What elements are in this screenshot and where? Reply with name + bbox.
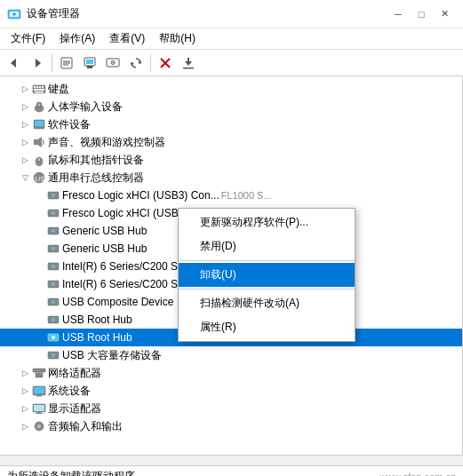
tree-label-usb: 通用串行总线控制器 <box>48 171 144 186</box>
back-button[interactable] <box>4 52 25 74</box>
window-title: 设备管理器 <box>27 6 80 21</box>
show-hidden-button[interactable] <box>102 52 124 74</box>
expand-display[interactable]: ▷ <box>18 401 32 416</box>
app-icon <box>7 7 21 21</box>
title-bar-left: 设备管理器 <box>7 6 80 21</box>
tree-label-composite: USB Composite Device <box>62 296 173 308</box>
forward-button[interactable] <box>27 52 48 74</box>
tree-item-usb[interactable]: ▽ USB 通用串行总线控制器 <box>0 169 462 186</box>
tree-label-display: 显示适配器 <box>48 401 101 416</box>
tree-label-system: 系统设备 <box>48 384 91 399</box>
tree-label-audio: 音频输入和输出 <box>48 419 123 434</box>
svg-point-2 <box>13 12 16 15</box>
menu-view[interactable]: 查看(V) <box>102 29 152 48</box>
tree-item-mass-storage[interactable]: ▷ USB 大容量存储设备 <box>0 346 462 364</box>
expand-hid[interactable]: ▷ <box>18 99 32 114</box>
system-icon <box>32 384 46 398</box>
menu-help[interactable]: 帮助(H) <box>152 29 203 48</box>
ctx-scan[interactable]: 扫描检测硬件改动(A) <box>179 291 355 315</box>
title-bar: 设备管理器 ─ □ ✕ <box>0 0 463 28</box>
ctx-disable[interactable]: 禁用(D) <box>179 234 355 258</box>
ctx-sep-1 <box>179 260 355 261</box>
svg-point-44 <box>52 211 55 215</box>
keyboard-icon <box>32 82 46 96</box>
expand-audio[interactable]: ▷ <box>18 419 32 433</box>
svg-rect-25 <box>36 86 38 88</box>
root-hub-icon-1 <box>46 313 60 327</box>
svg-point-42 <box>52 194 55 197</box>
tree-panel[interactable]: ▷ 键盘 ▷ 人体学输入设备 ▷ 软件设备 ▷ <box>0 76 463 455</box>
display-icon <box>32 401 46 416</box>
svg-point-52 <box>52 282 55 286</box>
svg-rect-26 <box>39 86 41 88</box>
tree-label-sound: 声音、视频和游戏控制器 <box>48 135 165 150</box>
svg-marker-4 <box>36 59 41 67</box>
tree-item-system[interactable]: ▷ 系统设备 <box>0 382 462 400</box>
update-driver-button[interactable] <box>79 52 100 74</box>
tree-item-network[interactable]: ▷ 网络适配器 <box>0 364 462 382</box>
svg-rect-22 <box>183 67 194 69</box>
tree-label-root1: USB Root Hub <box>62 313 132 326</box>
usb-hub-icon-1 <box>46 224 60 238</box>
composite-icon <box>46 295 60 309</box>
expand-system[interactable]: ▷ <box>18 384 32 398</box>
tree-label-generic-hub2: Generic USB Hub <box>62 242 147 255</box>
svg-rect-67 <box>34 387 44 393</box>
usb-icon: USB <box>32 171 46 185</box>
main-area: ▷ 键盘 ▷ 人体学输入设备 ▷ 软件设备 ▷ <box>0 76 463 455</box>
refresh-button[interactable] <box>125 52 147 74</box>
tree-item-fresco1[interactable]: ▷ Fresco Logic xHCI (USB3) Con... FL1000… <box>0 186 462 204</box>
tree-item-mouse[interactable]: ▷ 鼠标和其他指针设备 <box>0 151 462 169</box>
toolbar-sep-1 <box>52 54 52 72</box>
svg-point-74 <box>37 424 41 428</box>
properties-button[interactable] <box>56 52 77 74</box>
maximize-button[interactable]: □ <box>410 5 433 23</box>
tree-item-software-dev[interactable]: ▷ 软件设备 <box>0 115 462 133</box>
network-icon <box>32 366 46 380</box>
expand-usb[interactable]: ▽ <box>18 171 32 185</box>
svg-rect-61 <box>36 373 43 377</box>
menu-file[interactable]: 文件(F) <box>4 29 52 48</box>
sound-icon <box>32 135 46 149</box>
expand-network[interactable]: ▷ <box>18 366 32 380</box>
menu-bar: 文件(F) 操作(A) 查看(V) 帮助(H) <box>0 28 463 50</box>
expand-mouse[interactable]: ▷ <box>18 153 32 167</box>
tree-item-hid[interactable]: ▷ 人体学输入设备 <box>0 98 462 115</box>
svg-point-46 <box>52 229 55 233</box>
tree-label-fresco1: Fresco Logic xHCI (USB3) Con... <box>62 189 220 202</box>
download-button[interactable] <box>178 52 199 74</box>
delete-button[interactable] <box>155 52 176 74</box>
close-button[interactable]: ✕ <box>433 5 456 23</box>
expand-software[interactable]: ▷ <box>18 117 32 131</box>
tree-item-keyboards[interactable]: ▷ 键盘 <box>0 80 462 98</box>
expand-sound[interactable]: ▷ <box>18 135 32 149</box>
hid-icon <box>32 99 46 114</box>
tree-item-sound[interactable]: ▷ 声音、视频和游戏控制器 <box>0 133 462 151</box>
tree-item-audio[interactable]: ▷ 音频输入和输出 <box>0 417 462 435</box>
ctx-sep-2 <box>179 289 355 290</box>
ctx-update-driver[interactable]: 更新驱动程序软件(P)... <box>179 210 355 234</box>
tree-label-keyboards: 键盘 <box>48 82 69 97</box>
ctx-properties[interactable]: 属性(R) <box>179 315 355 339</box>
intel-icon-1 <box>46 259 60 274</box>
horizontal-scrollbar[interactable] <box>0 455 463 465</box>
mass-storage-icon <box>46 348 60 362</box>
mouse-icon <box>32 153 46 167</box>
context-menu: 更新驱动程序软件(P)... 禁用(D) 卸载(U) 扫描检测硬件改动(A) 属… <box>178 208 355 342</box>
svg-point-48 <box>52 247 55 250</box>
usb-dev-icon-fresco2 <box>46 206 60 220</box>
status-bar: 为所选设备卸载该驱动程序。 www.qfan.com.cn <box>0 465 463 476</box>
menu-action[interactable]: 操作(A) <box>52 29 102 48</box>
tree-label-root2: USB Root Hub <box>62 331 132 344</box>
svg-point-56 <box>52 318 55 321</box>
svg-rect-21 <box>188 58 189 61</box>
tree-label-hid: 人体学输入设备 <box>48 99 123 115</box>
svg-marker-36 <box>37 137 42 147</box>
ctx-uninstall[interactable]: 卸载(U) <box>179 263 355 287</box>
expand-keyboards[interactable]: ▷ <box>18 82 32 96</box>
tree-item-display[interactable]: ▷ 显示适配器 <box>0 400 462 417</box>
minimize-button[interactable]: ─ <box>387 5 410 23</box>
tree-label-mass: USB 大容量存储设备 <box>62 348 162 363</box>
svg-point-32 <box>38 104 41 107</box>
svg-rect-68 <box>36 395 42 397</box>
